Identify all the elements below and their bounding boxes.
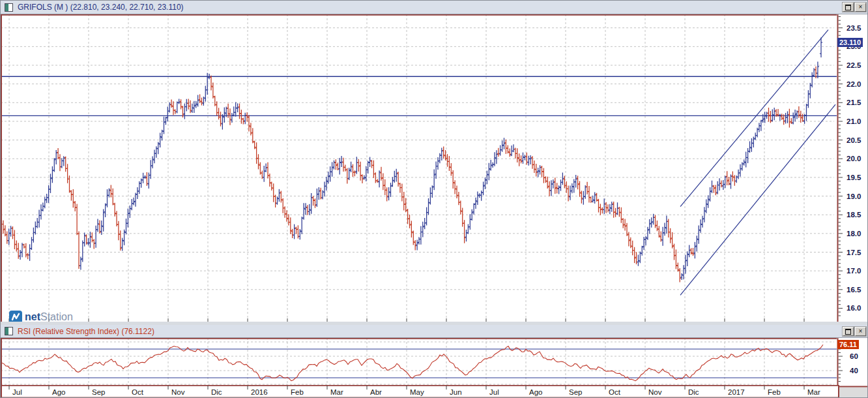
svg-text:21.0: 21.0 [846, 117, 861, 125]
restore-icon [845, 5, 851, 10]
svg-text:2017: 2017 [728, 388, 745, 396]
chart-panel-icon[interactable] [5, 3, 13, 12]
svg-text:May: May [410, 388, 424, 396]
main-chart-title: GRIFOLS (M ) (22.810, 23.240, 22.710, 23… [18, 3, 184, 11]
svg-text:Ago: Ago [529, 388, 542, 396]
svg-text:17.5: 17.5 [846, 249, 861, 256]
close-button[interactable]: × [855, 3, 866, 12]
svg-text:22.5: 22.5 [846, 61, 861, 69]
svg-text:17.0: 17.0 [846, 267, 861, 275]
svg-text:21.5: 21.5 [846, 99, 861, 106]
rsi-panel-titlebar[interactable]: RSI (Relative Strength Index) (76.1122) … [1, 325, 868, 338]
ohlc-bars-layer [2, 38, 822, 283]
svg-text:18.5: 18.5 [846, 211, 861, 219]
svg-text:Dic: Dic [688, 388, 699, 396]
svg-text:19.5: 19.5 [846, 174, 861, 181]
rsi-close-button[interactable]: × [855, 327, 866, 336]
svg-text:Mar: Mar [330, 388, 343, 396]
price-axis[interactable]: 16.016.517.017.518.018.519.019.520.020.5… [837, 14, 868, 322]
rsi-chart-area[interactable]: netStation [1, 338, 837, 385]
svg-text:Abr: Abr [370, 388, 382, 396]
svg-text:Dic: Dic [211, 388, 222, 396]
ohlc-chart [1, 14, 837, 322]
netstation-window: GRIFOLS (M ) (22.810, 23.240, 22.710, 23… [0, 0, 868, 398]
close-icon: × [859, 328, 863, 335]
svg-text:40: 40 [850, 367, 858, 375]
svg-text:Oct: Oct [132, 388, 144, 396]
svg-text:Ago: Ago [52, 388, 65, 396]
svg-text:16.5: 16.5 [846, 286, 861, 294]
svg-text:Oct: Oct [609, 388, 621, 396]
svg-text:18.0: 18.0 [846, 230, 861, 237]
svg-text:Mar: Mar [807, 388, 820, 396]
svg-text:Jul: Jul [12, 388, 22, 396]
time-axis[interactable]: JulAgoSepOctNovDic2016FebMarAbrMayJunJul… [1, 385, 839, 398]
last-price-tag: 23.110 [837, 38, 863, 47]
svg-text:Feb: Feb [291, 388, 304, 396]
rsi-chart [1, 338, 837, 385]
restore-button[interactable] [843, 3, 854, 12]
svg-text:Jul: Jul [489, 388, 499, 396]
svg-text:60: 60 [850, 352, 858, 360]
rsi-panel-icon[interactable] [5, 327, 13, 335]
svg-text:Nov: Nov [648, 388, 662, 396]
rsi-value-tag: 76.11 [837, 340, 859, 349]
svg-text:Nov: Nov [171, 388, 185, 396]
price-chart-area[interactable]: netStation [1, 14, 837, 322]
svg-text:23.5: 23.5 [846, 24, 861, 32]
rsi-restore-button[interactable] [843, 327, 854, 336]
svg-text:20.0: 20.0 [846, 155, 861, 162]
rsi-panel-title: RSI (Relative Strength Index) (76.1122) [18, 328, 154, 335]
svg-text:Jun: Jun [450, 388, 462, 396]
close-icon: × [859, 4, 863, 10]
svg-text:20.5: 20.5 [846, 136, 861, 144]
svg-text:22.0: 22.0 [846, 80, 861, 88]
rsi-line [2, 344, 823, 380]
main-chart-titlebar[interactable]: GRIFOLS (M ) (22.810, 23.240, 22.710, 23… [1, 1, 868, 14]
axis-corner [839, 388, 868, 398]
svg-text:19.0: 19.0 [846, 192, 861, 200]
restore-icon [845, 329, 851, 335]
svg-text:Sep: Sep [92, 388, 105, 396]
svg-text:Feb: Feb [768, 388, 781, 396]
svg-text:16.0: 16.0 [846, 304, 861, 312]
svg-text:Sep: Sep [569, 388, 582, 396]
svg-text:2016: 2016 [251, 388, 268, 396]
